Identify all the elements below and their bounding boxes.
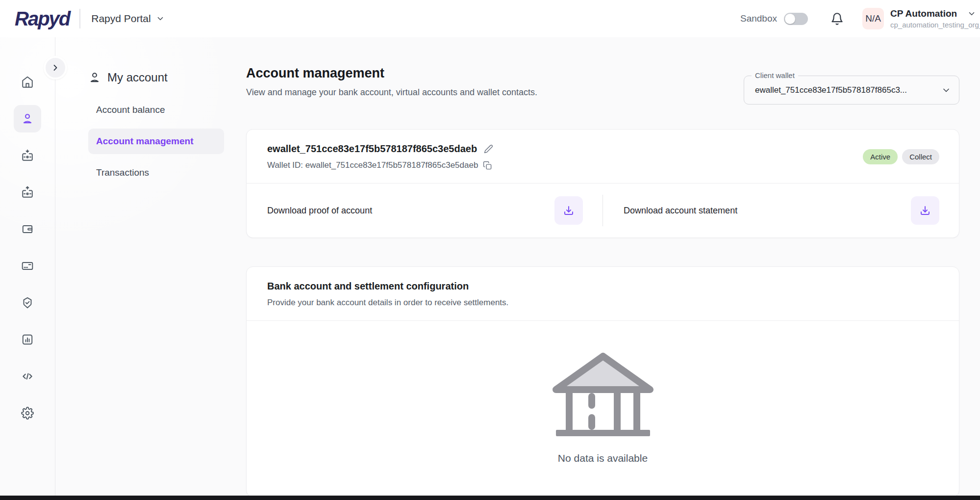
notifications-button[interactable] xyxy=(830,12,844,26)
download-icon xyxy=(919,205,931,216)
content-area: My account Account balance Account manag… xyxy=(55,37,980,500)
sidebar-item-developers[interactable] xyxy=(14,363,41,390)
chevron-down-icon xyxy=(967,9,980,18)
wallet-card-info: ewallet_751cce83e17f5b578187f865c3e5daeb… xyxy=(267,143,493,170)
copy-wallet-id-button[interactable] xyxy=(483,161,492,170)
header-right-group: Sandbox N/A CP Automation cp_automation_… xyxy=(740,8,980,29)
sidebar-item-wallet[interactable] xyxy=(14,215,41,243)
download-statement-button[interactable] xyxy=(911,196,939,225)
main-header: Account management View and manage your … xyxy=(246,66,959,105)
download-statement-label: Download account statement xyxy=(624,206,737,216)
copy-icon xyxy=(483,161,492,170)
card-arrow-up-icon xyxy=(21,186,34,199)
client-wallet-value: ewallet_751cce83e17f5b578187f865c3... xyxy=(755,85,907,95)
bank-config-subtitle: Provide your bank account details in ord… xyxy=(267,298,938,308)
sidebar-item-cards[interactable] xyxy=(14,252,41,280)
chevron-down-icon xyxy=(941,85,951,95)
icon-sidebar xyxy=(0,37,55,500)
wallet-title: ewallet_751cce83e17f5b578187f865c3e5daeb xyxy=(267,143,477,155)
download-icon xyxy=(563,205,575,216)
top-header: Rapyd Rapyd Portal Sandbox N/A CP Automa… xyxy=(0,0,980,37)
wallet-icon xyxy=(21,223,34,236)
bank-icon xyxy=(551,351,655,441)
sidebar-item-settings[interactable] xyxy=(14,399,41,427)
sandbox-label: Sandbox xyxy=(740,13,777,24)
org-menu[interactable]: CP Automation cp_automation_testing_org_… xyxy=(890,8,980,29)
wallet-card: ewallet_751cce83e17f5b578187f865c3e5daeb… xyxy=(246,129,959,238)
bell-icon xyxy=(830,12,844,26)
user-icon xyxy=(21,112,34,125)
chevron-right-icon xyxy=(50,63,60,73)
download-proof-row: Download proof of account xyxy=(247,196,603,225)
sidebar-item-home[interactable] xyxy=(14,68,41,96)
bank-config-card: Bank account and settlement configuratio… xyxy=(246,266,959,497)
shield-check-icon xyxy=(21,296,34,309)
user-icon xyxy=(88,71,101,84)
nav-item-account-balance[interactable]: Account balance xyxy=(88,97,224,123)
body-row: My account Account balance Account manag… xyxy=(0,37,980,500)
edit-wallet-name-button[interactable] xyxy=(484,144,493,154)
download-proof-button[interactable] xyxy=(554,196,583,225)
code-icon xyxy=(21,370,34,383)
header-divider xyxy=(79,9,80,28)
chevron-down-icon xyxy=(156,14,165,23)
wallet-id-text: Wallet ID: ewallet_751cce83e17f5b578187f… xyxy=(267,160,478,170)
page-title: Account management xyxy=(246,66,537,81)
page-subtitle: View and manage your bank account, virtu… xyxy=(246,87,537,98)
sidebar-item-my-account[interactable] xyxy=(14,105,41,132)
avatar[interactable]: N/A xyxy=(862,8,884,29)
wallet-badges: Active Collect xyxy=(863,149,939,164)
sidebar-item-verification[interactable] xyxy=(14,289,41,316)
empty-state-text: No data is available xyxy=(558,452,648,464)
nav-item-transactions[interactable]: Transactions xyxy=(88,160,224,185)
toggle-knob xyxy=(785,14,795,24)
org-id: cp_automation_testing_org_3 xyxy=(890,21,980,29)
empty-state: No data is available xyxy=(247,321,959,464)
org-name: CP Automation xyxy=(890,8,957,19)
sidebar-item-analytics[interactable] xyxy=(14,326,41,353)
sidebar-collapse-button[interactable] xyxy=(44,56,67,79)
status-badge-collect: Collect xyxy=(902,149,939,164)
nav-item-account-management[interactable]: Account management xyxy=(88,129,224,154)
sidebar-item-payout[interactable] xyxy=(14,179,41,206)
portal-switcher[interactable]: Rapyd Portal xyxy=(91,13,164,25)
secondary-nav: My account Account balance Account manag… xyxy=(88,37,224,500)
client-wallet-label: Client wallet xyxy=(752,71,798,79)
rapyd-logo: Rapyd xyxy=(15,8,79,30)
app-window: Rapyd Rapyd Portal Sandbox N/A CP Automa… xyxy=(0,0,980,500)
sidebar-item-collect[interactable] xyxy=(14,142,41,169)
page-title-block: Account management View and manage your … xyxy=(246,66,537,98)
download-proof-label: Download proof of account xyxy=(267,206,372,216)
home-icon xyxy=(21,76,34,88)
client-wallet-select[interactable]: Client wallet ewallet_751cce83e17f5b5781… xyxy=(744,76,959,105)
sandbox-toggle[interactable] xyxy=(784,13,808,25)
bar-chart-icon xyxy=(21,333,34,346)
card-icon xyxy=(21,260,34,272)
download-statement-row: Download account statement xyxy=(603,196,959,225)
gear-icon xyxy=(21,407,34,420)
portal-label: Rapyd Portal xyxy=(91,13,151,25)
pencil-icon xyxy=(484,144,493,154)
bank-config-title: Bank account and settlement configuratio… xyxy=(267,281,938,292)
bottom-bar xyxy=(0,496,980,500)
card-arrow-down-icon xyxy=(21,149,34,162)
secondary-nav-title: My account xyxy=(107,71,168,84)
secondary-nav-heading: My account xyxy=(88,71,224,84)
status-badge-active: Active xyxy=(863,149,898,164)
main-panel: Account management View and manage your … xyxy=(246,37,959,500)
